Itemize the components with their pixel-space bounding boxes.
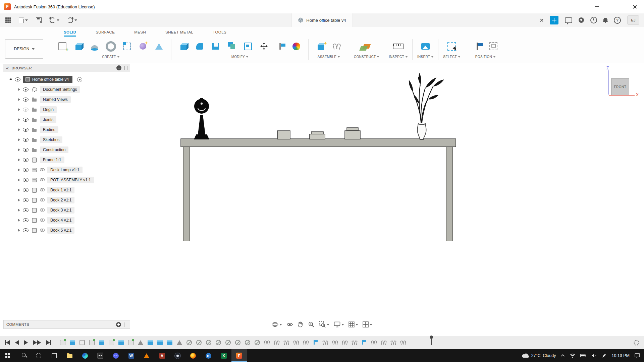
step-forward-button[interactable] — [33, 340, 41, 345]
browser-tree-item[interactable]: Origin — [3, 105, 130, 115]
expand-caret-icon[interactable] — [18, 159, 20, 161]
redo-button[interactable] — [67, 17, 77, 23]
profile-avatar[interactable]: EJ — [627, 15, 639, 25]
view-cube[interactable]: Z FRONT X — [604, 66, 641, 103]
visibility-eye-icon[interactable] — [23, 87, 29, 92]
visibility-eye-icon[interactable] — [23, 188, 29, 192]
visibility-eye-icon[interactable] — [23, 158, 29, 162]
timeline-feature-icon[interactable] — [400, 340, 406, 345]
timeline-feature-icon[interactable] — [391, 340, 396, 345]
timeline-feature-icon[interactable] — [60, 340, 65, 345]
visibility-eye-icon[interactable] — [23, 168, 29, 172]
measure-button[interactable] — [391, 39, 406, 54]
browser-tree-item[interactable]: Book 5 v1:1 — [3, 225, 130, 235]
firefox-button[interactable] — [185, 349, 201, 362]
align-button[interactable] — [273, 39, 287, 54]
new-component-button[interactable] — [313, 39, 328, 54]
skip-to-start-button[interactable] — [5, 340, 10, 345]
look-at-button[interactable] — [286, 321, 293, 328]
timeline-feature-icon[interactable] — [255, 340, 260, 345]
pattern-button[interactable] — [119, 39, 134, 54]
appearance-button[interactable] — [289, 39, 304, 54]
browser-tree-item[interactable]: Named Views — [3, 95, 130, 105]
tray-chevron-up-icon[interactable] — [561, 354, 565, 357]
browser-tree-item[interactable]: Joints — [3, 115, 130, 125]
browser-tree-item[interactable]: Book 1 v1:1 — [3, 185, 130, 195]
visibility-eye-icon[interactable] — [15, 77, 20, 81]
timeline-feature-icon[interactable] — [138, 340, 143, 345]
fillet-button[interactable] — [192, 39, 207, 54]
books[interactable] — [277, 128, 360, 139]
tree-item-label[interactable]: Joints — [40, 116, 56, 123]
shell-button[interactable] — [208, 39, 223, 54]
vlc-button[interactable] — [139, 349, 154, 362]
timeline-feature-icon[interactable] — [362, 340, 367, 345]
visibility-eye-icon[interactable] — [23, 98, 29, 102]
insert-dropdown[interactable]: INSERT — [417, 55, 433, 59]
tab-tools[interactable]: TOOLS — [213, 30, 226, 37]
panel-drag-grip[interactable] — [124, 66, 127, 70]
close-button[interactable] — [625, 0, 644, 13]
tree-item-label[interactable]: Book 5 v1:1 — [47, 227, 74, 234]
timeline-feature-icon[interactable] — [206, 340, 211, 345]
grid-settings-button[interactable] — [348, 321, 358, 327]
tab-surface[interactable]: SURFACE — [96, 30, 115, 37]
thunderbird-button[interactable] — [201, 349, 216, 362]
taskbar-search-button[interactable] — [15, 349, 31, 362]
save-button[interactable] — [36, 17, 42, 23]
visibility-eye-icon[interactable] — [23, 178, 29, 182]
start-button[interactable] — [0, 349, 15, 362]
timeline-feature-icon[interactable] — [352, 340, 357, 345]
browser-tree-item[interactable]: Frame 1:1 — [3, 155, 130, 165]
display-settings-button[interactable] — [334, 321, 344, 327]
tree-item-label[interactable]: Book 3 v1:1 — [47, 207, 74, 214]
primitive-button[interactable] — [152, 39, 166, 54]
timeline-feature-icon[interactable] — [225, 340, 231, 345]
expand-caret-icon[interactable] — [18, 138, 20, 141]
create-dropdown[interactable]: CREATE — [102, 55, 119, 59]
pan-button[interactable] — [298, 321, 304, 328]
browser-tree-item[interactable]: POT_ASSEMBLY v1:1 — [3, 175, 130, 185]
timeline-feature-icon[interactable] — [235, 340, 240, 345]
tab-mesh[interactable]: MESH — [134, 30, 146, 37]
expand-caret-icon[interactable] — [18, 169, 20, 171]
timeline-feature-icon[interactable] — [381, 340, 386, 345]
visibility-eye-icon[interactable] — [23, 118, 29, 122]
orbit-button[interactable] — [272, 321, 282, 328]
browser-tree-item[interactable]: Sketches — [3, 135, 130, 145]
maximize-button[interactable] — [606, 0, 625, 13]
tree-item-label[interactable]: Construction — [40, 146, 68, 153]
expand-caret-icon[interactable] — [18, 148, 20, 151]
expand-caret-icon[interactable] — [18, 179, 20, 181]
tree-item-label[interactable]: Document Settings — [40, 86, 80, 93]
tree-item-label[interactable]: Origin — [40, 106, 57, 113]
play-button[interactable] — [24, 340, 28, 345]
file-explorer-button[interactable] — [62, 349, 77, 362]
weather-widget[interactable]: 27°C Cloudy — [522, 353, 556, 358]
edge-button[interactable] — [77, 349, 93, 362]
new-tab-button[interactable] — [550, 16, 558, 24]
history-clock-icon[interactable] — [590, 17, 597, 23]
action-center-icon[interactable] — [635, 353, 640, 358]
tree-item-label[interactable]: Bodies — [40, 126, 58, 133]
visibility-eye-icon[interactable] — [23, 108, 29, 112]
browser-tree-item[interactable]: Book 2 v1:1 — [3, 195, 130, 205]
tab-sheet-metal[interactable]: SHEET METAL — [165, 30, 193, 37]
expand-caret-icon[interactable] — [18, 229, 20, 232]
excel-button[interactable] — [216, 349, 231, 362]
timeline-feature-icon[interactable] — [323, 340, 328, 345]
browser-tree-item[interactable]: Document Settings — [3, 84, 130, 95]
expand-caret-icon[interactable] — [18, 118, 20, 121]
job-status-icon[interactable] — [579, 17, 584, 23]
timeline-feature-icon[interactable] — [177, 340, 182, 345]
speaker-icon[interactable] — [591, 354, 597, 358]
expand-caret-icon[interactable] — [18, 199, 20, 201]
activate-component-radio[interactable] — [77, 77, 82, 82]
browser-tree-item[interactable]: Book 4 v1:1 — [3, 215, 130, 225]
app-grid-button[interactable] — [5, 17, 11, 23]
timeline-feature-icon[interactable] — [371, 340, 377, 345]
press-pull-button[interactable] — [176, 39, 191, 54]
browser-root-item[interactable]: Home office table v4 — [3, 74, 130, 84]
timeline-feature-icon[interactable] — [157, 340, 163, 345]
assemble-dropdown[interactable]: ASSEMBLE — [318, 55, 340, 59]
